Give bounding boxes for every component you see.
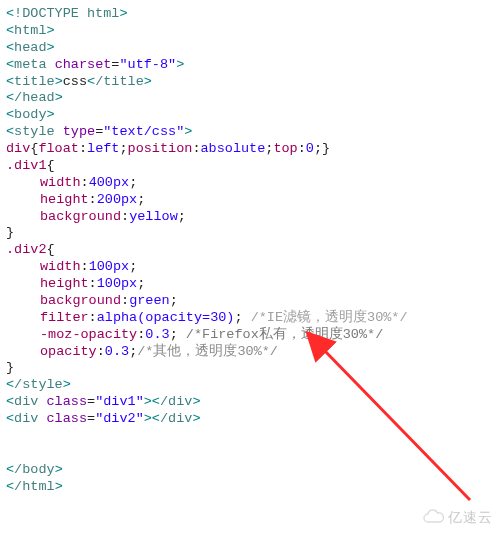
code-line: } (6, 360, 497, 377)
cloud-icon (422, 509, 444, 525)
watermark: 亿速云 (422, 509, 493, 527)
code-line: <!DOCTYPE html> (6, 6, 497, 23)
code-line: </html> (6, 479, 497, 496)
blank-line (6, 428, 497, 445)
code-line: background:green; (6, 293, 497, 310)
code-line: </head> (6, 90, 497, 107)
code-line: </style> (6, 377, 497, 394)
code-line: width:400px; (6, 175, 497, 192)
code-line: <title>css</title> (6, 74, 497, 91)
code-line: <body> (6, 107, 497, 124)
code-line: <html> (6, 23, 497, 40)
code-line: <head> (6, 40, 497, 57)
code-line: height:200px; (6, 192, 497, 209)
code-line: div{float:left;position:absolute;top:0;} (6, 141, 497, 158)
code-line: .div1{ (6, 158, 497, 175)
code-line: </body> (6, 462, 497, 479)
code-line: filter:alpha(opacity=30); /*IE滤镜，透明度30%*… (6, 310, 497, 327)
code-block: <!DOCTYPE html> <html> <head> <meta char… (6, 6, 497, 495)
blank-line (6, 445, 497, 462)
code-line: .div2{ (6, 242, 497, 259)
code-line: background:yellow; (6, 209, 497, 226)
code-line: opacity:0.3;/*其他，透明度30%*/ (6, 344, 497, 361)
code-line: -moz-opacity:0.3; /*Firefox私有，透明度30%*/ (6, 327, 497, 344)
code-line: width:100px; (6, 259, 497, 276)
watermark-text: 亿速云 (448, 509, 493, 527)
code-line: <div class="div2"></div> (6, 411, 497, 428)
code-line: <div class="div1"></div> (6, 394, 497, 411)
code-line: <style type="text/css"> (6, 124, 497, 141)
code-line: } (6, 225, 497, 242)
code-line: <meta charset="utf-8"> (6, 57, 497, 74)
code-line: height:100px; (6, 276, 497, 293)
